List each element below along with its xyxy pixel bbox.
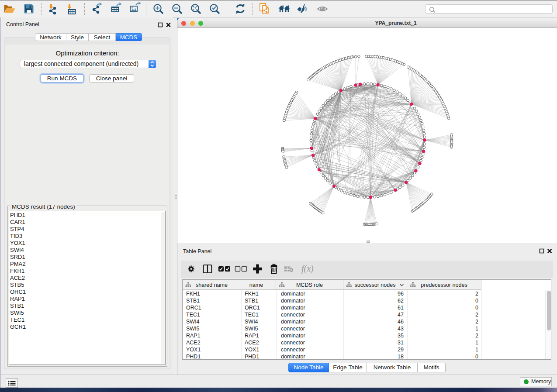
svg-text:f(x): f(x) <box>301 264 314 274</box>
